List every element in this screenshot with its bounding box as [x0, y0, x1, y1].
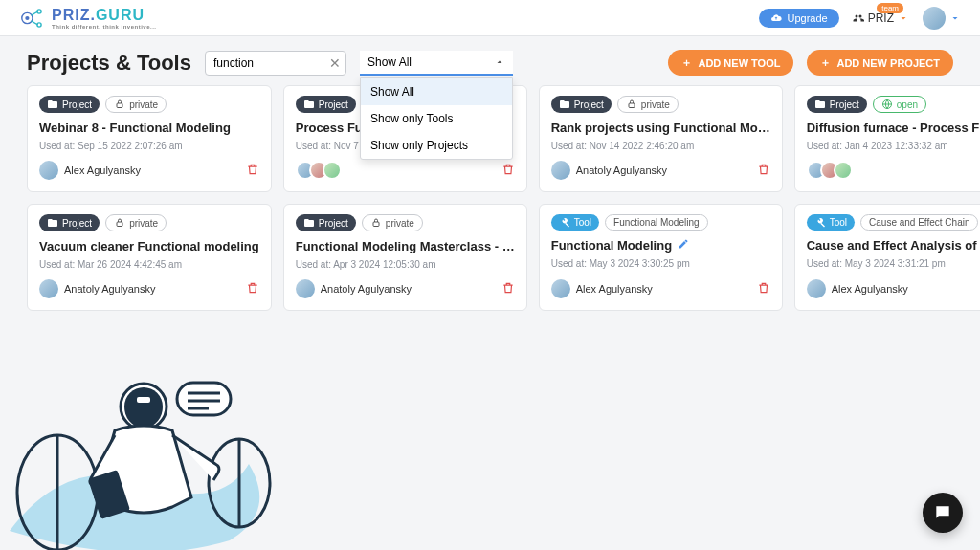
card-title: Diffusion furnace - Process Functio…: [807, 121, 980, 135]
project-badge: Project: [807, 96, 867, 113]
card[interactable]: Projectprivate Functional Modeling Maste…: [283, 204, 527, 311]
card-used-at: Used at: Nov 14 2022 2:46:20 am: [551, 141, 770, 151]
hero-illustration: [0, 340, 287, 550]
filter-option-projects[interactable]: Show only Projects: [361, 132, 512, 159]
team-badge: team: [877, 3, 903, 13]
card-used-at: Used at: Jan 4 2023 12:33:32 am: [807, 141, 980, 151]
card-used-at: Used at: Sep 15 2022 2:07:26 am: [39, 141, 259, 151]
delete-icon[interactable]: [501, 163, 515, 179]
card-title: Functional Modeling: [551, 238, 770, 253]
project-badge: Project: [39, 96, 100, 113]
chat-icon: [933, 503, 952, 522]
privacy-badge: private: [105, 96, 167, 113]
user-menu[interactable]: [923, 7, 961, 30]
avatar-stack: [807, 161, 847, 180]
edit-icon[interactable]: [678, 238, 689, 253]
tool-badge: Tool: [551, 214, 599, 231]
card-title: Webinar 8 - Functional Modeling: [39, 121, 259, 135]
avatar: [39, 161, 58, 180]
svg-rect-9: [373, 222, 379, 227]
avatar: [323, 161, 342, 180]
page-title: Projects & Tools: [27, 51, 191, 76]
chevron-down-icon: [949, 12, 961, 24]
svg-rect-8: [117, 222, 122, 227]
avatar: [834, 161, 853, 180]
card-owner: Alex Agulyansky: [551, 279, 653, 298]
card-used-at: Used at: Apr 3 2024 12:05:30 am: [296, 259, 515, 270]
svg-rect-17: [177, 383, 231, 415]
chat-fab[interactable]: [923, 493, 963, 533]
privacy-badge: private: [105, 214, 167, 231]
project-badge: Project: [296, 96, 356, 113]
card-title: Cause and Effect Analysis of a …: [807, 238, 980, 253]
cloud-up-icon: [770, 12, 782, 24]
category-badge: Cause and Effect Chain: [860, 214, 978, 231]
upgrade-button[interactable]: Upgrade: [759, 9, 838, 28]
plus-icon: ＋: [681, 55, 692, 70]
avatar: [551, 161, 570, 180]
filter-option-tools[interactable]: Show only Tools: [361, 105, 512, 132]
upgrade-label: Upgrade: [787, 12, 827, 24]
filter-dropdown: Show All Show only Tools Show only Proje…: [360, 77, 513, 160]
plus-icon: ＋: [820, 55, 831, 70]
add-tool-button[interactable]: ＋ ADD NEW TOOL: [668, 50, 793, 76]
card[interactable]: Projectopen Diffusion furnace - Process …: [794, 85, 980, 192]
card-used-at: Used at: May 3 2024 3:31:21 pm: [807, 258, 980, 269]
user-avatar: [923, 7, 946, 30]
project-badge: Project: [39, 214, 100, 231]
card-owner: Anatoly Agulyansky: [296, 279, 412, 298]
card-owner: Anatoly Agulyansky: [551, 161, 667, 180]
filter-select[interactable]: Show All: [360, 51, 513, 76]
delete-icon[interactable]: [246, 281, 259, 297]
add-project-button[interactable]: ＋ ADD NEW PROJECT: [807, 50, 953, 76]
card[interactable]: ToolCause and Effect Chain Cause and Eff…: [794, 204, 980, 311]
card-owner: Alex Agulyansky: [39, 161, 141, 180]
filter-option-all[interactable]: Show All: [361, 78, 512, 105]
caret-up-icon: [494, 56, 505, 68]
svg-point-1: [25, 15, 29, 19]
card[interactable]: Projectprivate Webinar 8 - Functional Mo…: [27, 85, 272, 192]
card-title: Rank projects using Functional Mo…: [551, 121, 770, 135]
brand-accent: GURU: [96, 7, 145, 23]
search-input[interactable]: [205, 51, 346, 76]
svg-rect-6: [629, 103, 635, 108]
chevron-down-icon: [898, 12, 909, 24]
card[interactable]: Projectprivate Vacuum cleaner Functional…: [27, 204, 272, 311]
project-badge: Project: [296, 214, 356, 231]
card-used-at: Used at: Mar 26 2024 4:42:45 am: [39, 259, 259, 270]
card-used-at: Used at: May 3 2024 3:30:25 pm: [551, 258, 770, 269]
delete-icon[interactable]: [757, 163, 770, 179]
avatar: [39, 279, 58, 298]
avatar: [296, 279, 315, 298]
avatar: [807, 279, 826, 298]
card-title: Functional Modeling Masterclass - …: [296, 239, 515, 253]
project-badge: Project: [551, 96, 612, 113]
people-icon: [853, 12, 864, 24]
card[interactable]: ToolFunctional Modeling Functional Model…: [539, 204, 783, 311]
card[interactable]: Projectprivate Rank projects using Funct…: [539, 85, 783, 192]
brand-logo[interactable]: PRIZ.GURU Think different. think inventi…: [19, 5, 157, 32]
clear-search-icon[interactable]: ✕: [329, 55, 341, 71]
avatar: [551, 279, 570, 298]
card-owner: Anatoly Agulyansky: [39, 279, 155, 298]
brand-main: PRIZ.: [52, 7, 96, 23]
privacy-badge: private: [617, 96, 679, 113]
tool-badge: Tool: [807, 214, 855, 231]
privacy-badge: open: [873, 96, 926, 113]
privacy-badge: private: [362, 214, 423, 231]
delete-icon[interactable]: [501, 281, 515, 297]
brand-subtitle: Think different. think inventive...: [52, 24, 157, 30]
card-title: Vacuum cleaner Functional modeling: [39, 239, 259, 253]
delete-icon[interactable]: [246, 163, 259, 179]
svg-rect-15: [137, 397, 150, 403]
svg-rect-4: [117, 103, 122, 108]
category-badge: Functional Modeling: [605, 214, 708, 231]
logo-mark-icon: [19, 5, 46, 32]
delete-icon[interactable]: [757, 281, 770, 297]
avatar-stack: [296, 161, 336, 180]
workspace-switcher[interactable]: team PRIZ: [853, 11, 909, 25]
card-owner: Alex Agulyansky: [807, 279, 908, 298]
